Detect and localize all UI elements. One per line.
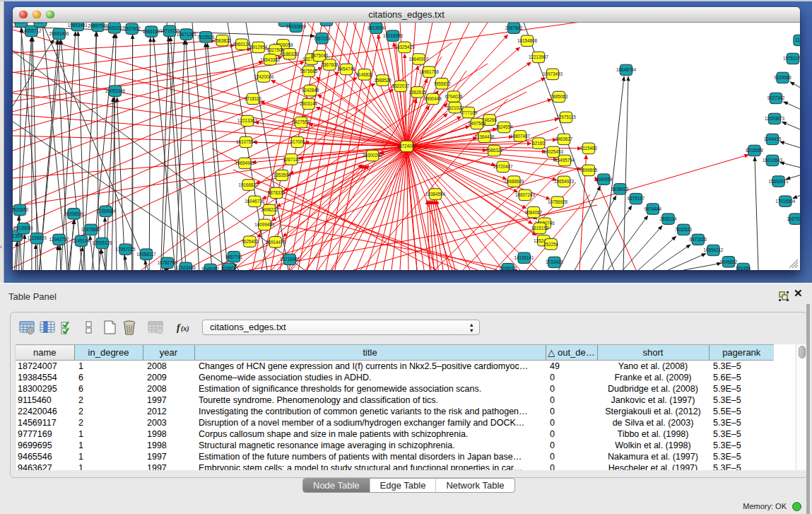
- svg-text:10975887: 10975887: [81, 227, 102, 232]
- svg-text:17957225: 17957225: [116, 247, 136, 252]
- svg-text:10688609: 10688609: [504, 179, 524, 184]
- svg-text:25300203: 25300203: [363, 153, 383, 158]
- svg-text:11156829: 11156829: [28, 235, 47, 240]
- svg-text:10653267: 10653267: [105, 25, 125, 30]
- svg-text:16961758: 16961758: [419, 69, 440, 74]
- svg-text:9777169: 9777169: [460, 110, 478, 115]
- svg-text:15751074: 15751074: [783, 56, 800, 61]
- svg-text:16210643: 16210643: [763, 158, 783, 163]
- svg-text:7357224: 7357224: [313, 36, 331, 41]
- svg-text:9245013: 9245013: [500, 266, 517, 270]
- svg-text:9146821: 9146821: [356, 72, 374, 77]
- svg-text:2387682: 2387682: [505, 25, 523, 30]
- svg-text:16671355: 16671355: [177, 32, 197, 37]
- svg-text:17016504: 17016504: [775, 199, 796, 204]
- svg-text:(x): (x): [181, 325, 189, 333]
- svg-text:16154808: 16154808: [517, 38, 538, 43]
- svg-text:8990448: 8990448: [424, 96, 442, 101]
- svg-text:2718110: 2718110: [245, 96, 262, 101]
- svg-text:62160: 62160: [532, 141, 545, 146]
- svg-text:9129966: 9129966: [774, 75, 792, 80]
- svg-text:18607249: 18607249: [515, 192, 536, 197]
- svg-text:19653481: 19653481: [68, 23, 88, 28]
- svg-text:8960124: 8960124: [233, 42, 251, 47]
- svg-text:1112: 1112: [795, 37, 800, 42]
- svg-text:5878332: 5878332: [268, 190, 286, 195]
- svg-text:8186328: 8186328: [281, 52, 299, 57]
- svg-text:21364436: 21364436: [474, 134, 495, 139]
- svg-text:12093873: 12093873: [765, 116, 785, 121]
- svg-text:18640910: 18640910: [408, 57, 429, 62]
- svg-text:7485063: 7485063: [551, 94, 568, 99]
- svg-text:18724007: 18724007: [396, 144, 417, 148]
- svg-text:6679197: 6679197: [628, 196, 645, 201]
- svg-text:2367608: 2367608: [321, 62, 339, 67]
- svg-text:6497568: 6497568: [469, 121, 486, 126]
- svg-text:1621022: 1621022: [446, 105, 464, 110]
- svg-text:2620650: 2620650: [13, 207, 29, 212]
- svg-text:9474444: 9474444: [645, 206, 662, 211]
- svg-text:20053346: 20053346: [105, 88, 126, 93]
- svg-text:12213967: 12213967: [529, 54, 549, 59]
- svg-text:20691406: 20691406: [49, 31, 69, 36]
- svg-text:15720407: 15720407: [493, 164, 514, 169]
- svg-text:996176: 996176: [33, 23, 48, 24]
- svg-text:7625402: 7625402: [241, 239, 259, 244]
- svg-text:1244415: 1244415: [764, 136, 782, 141]
- svg-text:1733426: 1733426: [546, 259, 563, 264]
- svg-text:12213363: 12213363: [237, 118, 258, 123]
- svg-text:12975115: 12975115: [556, 115, 576, 119]
- svg-text:1145194: 1145194: [73, 238, 90, 243]
- svg-text:12505135: 12505135: [92, 240, 112, 245]
- svg-text:6794028: 6794028: [445, 94, 463, 99]
- svg-text:14136141: 14136141: [514, 255, 535, 260]
- svg-text:19166822: 19166822: [239, 182, 259, 187]
- svg-text:7515526: 7515526: [197, 35, 215, 40]
- svg-text:15495794: 15495794: [555, 158, 575, 163]
- svg-text:16107554: 16107554: [236, 139, 257, 144]
- svg-text:7955812: 7955812: [433, 81, 451, 86]
- svg-text:9242848: 9242848: [302, 88, 319, 93]
- svg-text:3498222: 3498222: [261, 207, 278, 212]
- svg-text:19654923: 19654923: [554, 179, 575, 184]
- svg-text:15716485: 15716485: [280, 257, 300, 262]
- svg-text:5322037: 5322037: [392, 83, 410, 88]
- svg-text:17359924: 17359924: [96, 209, 117, 214]
- svg-text:15692971: 15692971: [769, 179, 789, 184]
- svg-text:14055712: 14055712: [21, 28, 42, 33]
- svg-text:13325419: 13325419: [394, 45, 415, 49]
- svg-text:10958117: 10958117: [136, 252, 156, 257]
- svg-text:19654985: 19654985: [235, 160, 255, 165]
- svg-text:8813054: 8813054: [367, 25, 385, 30]
- svg-text:10025453: 10025453: [543, 149, 564, 154]
- svg-text:19384554: 19384554: [425, 192, 446, 197]
- svg-text:417006: 417006: [290, 139, 305, 144]
- svg-text:12942757: 12942757: [49, 237, 70, 242]
- svg-text:9463627: 9463627: [555, 136, 573, 141]
- svg-text:824508: 824508: [221, 266, 237, 270]
- svg-text:12923446: 12923446: [176, 265, 196, 270]
- svg-text:902450: 902450: [736, 266, 751, 270]
- svg-text:9457791: 9457791: [225, 255, 243, 259]
- svg-text:10654112: 10654112: [704, 247, 724, 252]
- svg-text:7986322: 7986322: [486, 148, 503, 153]
- svg-text:10973493: 10973493: [543, 71, 563, 76]
- svg-text:1167533: 1167533: [787, 216, 800, 221]
- svg-text:9084067: 9084067: [525, 210, 543, 215]
- svg-text:16648784: 16648784: [616, 67, 637, 72]
- svg-text:16033809: 16033809: [286, 24, 307, 29]
- svg-text:8938923: 8938923: [611, 187, 629, 192]
- svg-text:22420046: 22420046: [254, 74, 274, 79]
- svg-text:7563822: 7563822: [213, 38, 231, 43]
- svg-text:1353594: 1353594: [273, 173, 291, 177]
- svg-text:10756928: 10756928: [548, 199, 568, 204]
- svg-text:1362615: 1362615: [408, 90, 426, 95]
- svg-text:26135051: 26135051: [13, 226, 34, 230]
- svg-text:252254: 252254: [543, 242, 559, 247]
- svg-text:3267110: 3267110: [283, 157, 300, 162]
- svg-text:19218986: 19218986: [383, 33, 404, 38]
- svg-text:8215958: 8215958: [746, 148, 763, 153]
- svg-text:9245652: 9245652: [720, 259, 738, 264]
- svg-text:1615152: 1615152: [531, 226, 549, 230]
- svg-text:1640954: 1640954: [595, 177, 613, 182]
